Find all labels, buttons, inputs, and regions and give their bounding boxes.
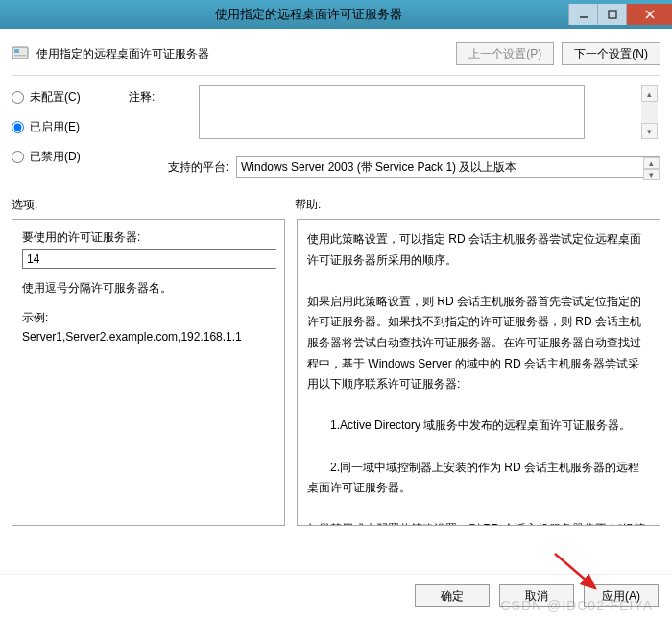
options-panel: 要使用的许可证服务器: 使用逗号分隔许可服务器名。 示例: Server1,Se… <box>12 219 285 526</box>
help-list-item: 2.同一域中域控制器上安装的作为 RD 会话主机服务器的远程桌面许可证服务器。 <box>307 458 650 499</box>
svg-rect-1 <box>609 11 616 18</box>
scroll-up-icon[interactable]: ▴ <box>641 85 658 102</box>
help-paragraph: 如果禁用或未配置此策略设置，则 RD 会话主机服务器将不在“组策略”级别上指定许… <box>307 519 650 526</box>
radio-not-configured[interactable]: 未配置(C) <box>12 89 117 106</box>
help-paragraph: 使用此策略设置，可以指定 RD 会话主机服务器尝试定位远程桌面许可证服务器所采用… <box>307 229 650 271</box>
svg-rect-6 <box>14 55 26 57</box>
options-section-label: 选项: <box>12 197 295 213</box>
example-label: 示例: <box>22 310 275 326</box>
scroll-down-icon[interactable]: ▾ <box>643 169 660 180</box>
ok-button[interactable]: 确定 <box>415 584 490 607</box>
notes-label: 注释: <box>129 85 196 106</box>
radio-not-configured-input[interactable] <box>12 91 24 104</box>
help-panel: 使用此策略设置，可以指定 RD 会话主机服务器尝试定位远程桌面许可证服务器所采用… <box>297 219 660 526</box>
example-value: Server1,Server2.example.com,192.168.1.1 <box>22 330 275 344</box>
help-section-label: 帮助: <box>295 197 660 213</box>
platform-scrollbar[interactable]: ▴ ▾ <box>643 157 660 177</box>
dialog-footer: 确定 取消 应用(A) <box>0 574 672 617</box>
maximize-button[interactable] <box>597 4 626 25</box>
platform-field: Windows Server 2003 (带 Service Pack 1) 及… <box>236 156 660 178</box>
policy-icon <box>12 45 29 62</box>
radio-enabled-label: 已启用(E) <box>30 119 80 135</box>
radio-disabled[interactable]: 已禁用(D) <box>12 149 117 165</box>
radio-enabled[interactable]: 已启用(E) <box>12 119 117 135</box>
scroll-up-icon[interactable]: ▴ <box>643 157 660 169</box>
platform-value: Windows Server 2003 (带 Service Pack 1) 及… <box>241 160 516 174</box>
radio-enabled-input[interactable] <box>12 121 24 133</box>
header-subtitle: 使用指定的远程桌面许可证服务器 <box>36 46 448 62</box>
window-title: 使用指定的远程桌面许可证服务器 <box>48 6 568 23</box>
notes-scrollbar[interactable]: ▴ ▾ <box>641 85 658 139</box>
close-button[interactable] <box>626 4 672 25</box>
cancel-button[interactable]: 取消 <box>499 584 574 607</box>
platform-label: 支持的平台: <box>129 159 228 176</box>
license-servers-hint: 使用逗号分隔许可服务器名。 <box>22 280 275 297</box>
help-paragraph: 如果启用此策略设置，则 RD 会话主机服务器首先尝试定位指定的许可证服务器。如果… <box>307 292 650 395</box>
license-servers-label: 要使用的许可证服务器: <box>22 229 275 246</box>
help-list-item: 1.Active Directory 域服务中发布的远程桌面许可证服务器。 <box>307 415 650 437</box>
scroll-down-icon[interactable]: ▾ <box>641 123 658 139</box>
minimize-button[interactable] <box>568 4 597 25</box>
license-servers-input[interactable] <box>22 249 276 269</box>
radio-disabled-label: 已禁用(D) <box>30 149 81 165</box>
state-radio-group: 未配置(C) 已启用(E) 已禁用(D) <box>12 85 117 178</box>
apply-button[interactable]: 应用(A) <box>584 584 659 607</box>
notes-textarea[interactable] <box>199 85 585 139</box>
titlebar: 使用指定的远程桌面许可证服务器 <box>0 0 672 29</box>
radio-not-configured-label: 未配置(C) <box>30 89 81 106</box>
next-setting-button[interactable]: 下一个设置(N) <box>562 42 660 65</box>
divider <box>12 75 660 76</box>
svg-rect-5 <box>14 49 19 53</box>
radio-disabled-input[interactable] <box>12 151 24 163</box>
prev-setting-button[interactable]: 上一个设置(P) <box>456 42 554 65</box>
